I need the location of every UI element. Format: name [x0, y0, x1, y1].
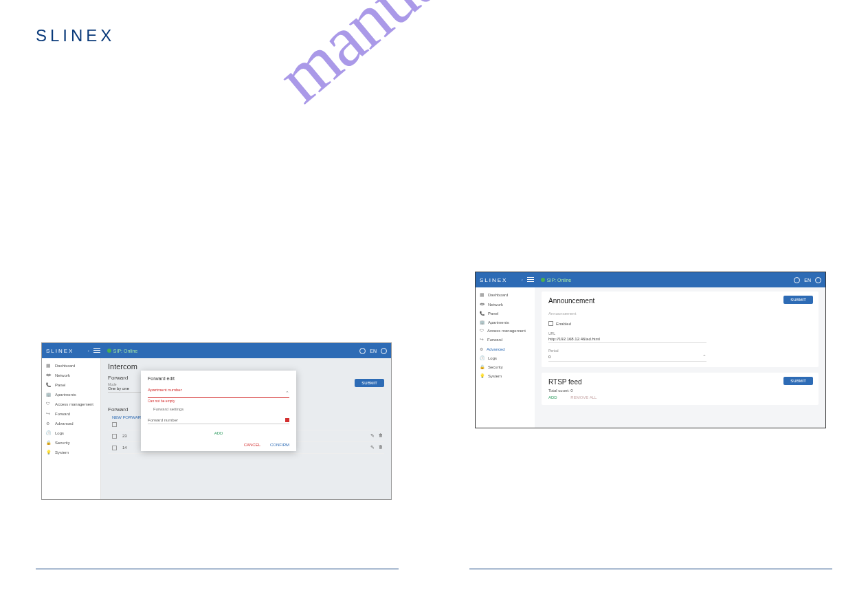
submit-button[interactable]: SUBMIT — [783, 377, 813, 385]
sidebar-item-label: Advanced — [55, 421, 74, 426]
sidebar-item-apartments[interactable]: Apartments — [476, 318, 535, 327]
checkbox[interactable] — [112, 434, 117, 439]
submit-button[interactable]: SUBMIT — [355, 379, 384, 387]
chevron-left-icon[interactable]: ‹ — [87, 349, 89, 353]
sidebar-item-forward[interactable]: Forward — [476, 335, 535, 344]
apt-number-input[interactable]: ⌃ — [148, 392, 289, 398]
page-title: Intercom — [108, 362, 384, 371]
url-input[interactable]: http://192.168.12.46/ad.html — [548, 336, 706, 343]
sidebar-item-dashboard[interactable]: Dashboard — [476, 290, 535, 300]
add-number-button[interactable]: ADD — [148, 431, 289, 435]
grid-icon — [480, 292, 485, 298]
modal-title: Forward edit — [148, 376, 289, 381]
checkbox[interactable] — [112, 446, 117, 450]
bulb-icon — [46, 450, 52, 455]
forward-icon — [480, 337, 484, 342]
lang-label[interactable]: EN — [804, 278, 811, 283]
remove-all-button[interactable]: REMOVE ALL — [570, 395, 597, 399]
sidebar-item-label: System — [488, 374, 502, 378]
divider — [36, 569, 399, 569]
sidebar-item-access[interactable]: Access management — [42, 399, 100, 409]
sidebar-item-label: Panel — [55, 383, 65, 387]
announcement-card: Announcement SUBMIT Announcement Enabled… — [542, 292, 819, 367]
globe-icon[interactable] — [794, 277, 800, 283]
remove-number-icon[interactable] — [285, 418, 289, 422]
sidebar-item-label: Dashboard — [55, 364, 75, 368]
sidebar-item-apartments[interactable]: Apartments — [42, 390, 100, 399]
sidebar-item-system[interactable]: System — [42, 448, 100, 457]
delete-icon[interactable] — [379, 433, 384, 439]
sidebar-item-security[interactable]: Security — [476, 362, 535, 371]
forward-settings-label: Forward settings — [153, 407, 289, 411]
sidebar-item-label: Panel — [488, 311, 498, 316]
checkbox-icon[interactable] — [548, 321, 553, 326]
sidebar-item-security[interactable]: Security — [42, 438, 100, 448]
sidebar-item-forward[interactable]: Forward — [42, 409, 100, 419]
card-title: RTSP feed — [548, 378, 812, 386]
screenshot-left: SLINEX ‹ SIP: Online EN Dashboard Networ… — [41, 342, 392, 500]
grid-icon — [46, 363, 52, 369]
add-button[interactable]: ADD — [548, 395, 557, 399]
user-icon[interactable] — [381, 348, 387, 354]
sidebar-item-network[interactable]: Network — [42, 371, 100, 380]
sidebar-item-dashboard[interactable]: Dashboard — [42, 361, 100, 371]
sidebar-item-panel[interactable]: Panel — [42, 380, 100, 390]
confirm-button[interactable]: CONFIRM — [270, 443, 289, 447]
hamburger-icon[interactable] — [93, 348, 100, 353]
stepper-icon[interactable]: ⌃ — [285, 391, 289, 396]
clock-icon — [46, 430, 52, 436]
user-icon[interactable] — [815, 277, 821, 283]
chevron-left-icon[interactable]: ‹ — [521, 278, 522, 283]
hamburger-icon[interactable] — [527, 277, 534, 283]
sidebar-item-access[interactable]: Access management — [476, 327, 535, 335]
lock-icon — [480, 364, 485, 369]
bulb-icon — [480, 373, 485, 378]
sip-status-dot-icon — [107, 349, 111, 353]
sidebar-item-label: Access management — [487, 329, 526, 333]
rtsp-card: RTSP feed SUBMIT Total count: 0 ADD REMO… — [542, 373, 819, 405]
sip-status: SIP: Online — [113, 349, 137, 353]
sidebar-item-network[interactable]: Network — [476, 300, 535, 309]
sidebar-item-logs[interactable]: Logs — [476, 353, 535, 362]
sidebar: Dashboard Network Panel Apartments Acces… — [42, 358, 101, 499]
wifi-icon — [480, 302, 485, 307]
sidebar-item-label: Apartments — [488, 320, 509, 325]
apt-error-text: Can not be empty — [148, 399, 289, 403]
sidebar-item-system[interactable]: System — [476, 371, 535, 380]
gear-icon — [46, 421, 52, 426]
sidebar-item-logs[interactable]: Logs — [42, 428, 100, 438]
sidebar-item-advanced[interactable]: Advanced — [476, 344, 535, 353]
sidebar-item-label: Network — [55, 373, 70, 377]
stepper-icon[interactable]: ⌃ — [702, 354, 706, 360]
delete-icon[interactable] — [379, 445, 384, 450]
lock-icon — [46, 440, 52, 446]
main-content: Intercom Forward Mode One by one SUBMIT … — [101, 358, 391, 499]
lang-label[interactable]: EN — [370, 349, 377, 353]
edit-icon[interactable] — [370, 433, 376, 439]
cancel-button[interactable]: CANCEL — [244, 443, 260, 447]
globe-icon[interactable] — [359, 348, 366, 354]
submit-button[interactable]: SUBMIT — [783, 296, 813, 304]
sidebar-item-label: Logs — [55, 431, 64, 435]
sidebar-item-label: Forward — [55, 412, 70, 416]
checkbox-all[interactable] — [112, 422, 117, 427]
sidebar-item-label: Dashboard — [488, 293, 508, 297]
announcement-sublabel: Announcement — [548, 311, 812, 316]
sidebar-item-panel[interactable]: Panel — [476, 309, 535, 318]
sidebar-item-label: Access management — [55, 402, 93, 406]
enabled-checkbox[interactable]: Enabled — [548, 321, 812, 326]
sidebar-item-label: Security — [488, 365, 503, 369]
gear-icon — [480, 347, 483, 351]
phone-icon — [46, 382, 52, 388]
period-input[interactable]: 0 — [548, 355, 702, 359]
sidebar-item-label: Apartments — [55, 393, 76, 397]
sip-status-dot-icon — [541, 278, 545, 282]
watermark: manualshive.com — [261, 0, 687, 119]
edit-icon[interactable] — [370, 445, 376, 450]
sidebar-item-advanced[interactable]: Advanced — [42, 419, 100, 428]
sip-status: SIP: Online — [547, 278, 571, 283]
forward-edit-modal: Forward edit Apartment number ⌃ Can not … — [141, 371, 296, 451]
shield-icon — [46, 402, 52, 407]
shield-icon — [480, 329, 484, 333]
sidebar-item-label: Forward — [487, 338, 502, 342]
